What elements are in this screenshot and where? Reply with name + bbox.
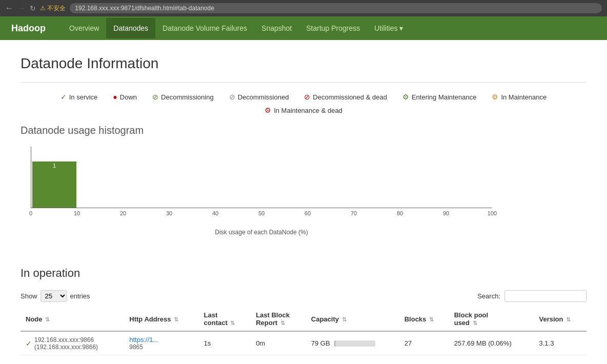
in-service-icon: ✓ (60, 93, 67, 101)
http-port: 9865 (129, 343, 193, 351)
forward-button[interactable]: → (17, 4, 26, 13)
col-last-contact[interactable]: Lastcontact ⇅ (199, 307, 251, 331)
x-tick: 60 (305, 210, 311, 216)
last-block-report-cell: 0m (251, 331, 306, 355)
nav-overview[interactable]: Overview (62, 18, 106, 38)
capacity-sort-icon: ⇅ (342, 316, 347, 322)
last-contact-cell: 1s (199, 331, 251, 355)
decommissioning-label: Decommissioning (161, 93, 214, 101)
legend-entering-maint: ⚙ Entering Maintenance (402, 93, 476, 101)
security-warning: ⚠ 不安全 (40, 4, 66, 13)
legend-maint-dead: ⚙ In Maintenance & dead (265, 106, 342, 114)
x-tick: 50 (258, 210, 265, 216)
page-content: Datanode Information ✓ In service ● Down… (0, 40, 607, 364)
decommissioning-icon: ⊘ (152, 93, 158, 101)
navbar-brand[interactable]: Hadoop (5, 19, 52, 38)
decommissioned-icon: ⊘ (229, 93, 235, 101)
capacity-cell: 79 GB (306, 331, 399, 355)
search-input[interactable] (504, 290, 586, 302)
http-sort-icon: ⇅ (174, 316, 178, 322)
entries-suffix: entries (70, 292, 90, 300)
in-maint-icon: ⚙ (492, 93, 498, 101)
x-tick: 10 (74, 210, 80, 216)
x-tick: 30 (166, 210, 172, 216)
show-label: Show (21, 292, 37, 300)
url-bar[interactable]: 192.168.xxx.xxx:9871/dfshealth.html#tab-… (70, 3, 602, 13)
histogram-section: Datanode usage histogram 1 0102030405060… (21, 125, 586, 251)
node-status-icon: ✓ (26, 339, 32, 348)
search-control: Search: (477, 290, 586, 302)
node-subtext: (192.168.xxx.xxx:9866) (34, 343, 98, 351)
x-tick: 80 (397, 210, 403, 216)
http-address-cell: https://1...9865 (124, 331, 198, 355)
nav-datanode-volume-failures[interactable]: Datanode Volume Failures (155, 18, 254, 38)
x-tick: 0 (29, 210, 32, 216)
operation-title: In operation (21, 267, 586, 280)
pool-sort-icon: ⇅ (473, 320, 477, 326)
operation-section: In operation Show 102550100 entries Sear… (21, 267, 586, 355)
x-tick: 100 (488, 210, 497, 216)
capacity-bar-bg (334, 340, 375, 347)
block-sort-icon: ⇅ (280, 320, 285, 326)
table-row: ✓192.168.xxx.xxx:9866(192.168.xxx.xxx:98… (21, 331, 586, 355)
nav-snapshot[interactable]: Snapshot (254, 18, 299, 38)
http-address-link[interactable]: https://1... (129, 336, 158, 343)
browser-chrome: ← → ↻ ⚠ 不安全 192.168.xxx.xxx:9871/dfsheal… (0, 0, 607, 16)
col-last-block-report[interactable]: Last BlockReport ⇅ (251, 307, 306, 331)
nav-utilities[interactable]: Utilities (367, 18, 410, 38)
col-http[interactable]: Http Address ⇅ (124, 307, 198, 331)
entries-select[interactable]: 102550100 (41, 290, 67, 302)
contact-sort-icon: ⇅ (230, 320, 235, 326)
col-node[interactable]: Node ⇅ (21, 307, 124, 331)
capacity-bar-fill (334, 340, 335, 347)
table-header: Node ⇅ Http Address ⇅ Lastcontact ⇅ Last… (21, 307, 586, 331)
entering-maint-label: Entering Maintenance (412, 93, 476, 101)
table-body: ✓192.168.xxx.xxx:9866(192.168.xxx.xxx:98… (21, 331, 586, 355)
block-pool-cell: 257.69 MB (0.06%) (449, 331, 534, 355)
legend-in-service: ✓ In service (60, 93, 98, 101)
node-sort-icon: ⇅ (45, 316, 50, 322)
node-address: 192.168.xxx.xxx:9866 (34, 336, 98, 343)
blocks-sort-icon: ⇅ (429, 316, 434, 322)
in-maint-label: In Maintenance (501, 93, 547, 101)
blocks-cell: 27 (399, 331, 449, 355)
nav-datanodes[interactable]: Datanodes (106, 18, 155, 38)
col-version[interactable]: Version ⇅ (534, 307, 586, 331)
bar-value-label: 1 (53, 161, 56, 169)
x-tick: 20 (120, 210, 126, 216)
col-capacity[interactable]: Capacity ⇅ (306, 307, 399, 331)
down-label: Down (120, 93, 137, 101)
x-axis-label: Disk usage of each DataNode (%) (31, 229, 492, 236)
histogram-title: Datanode usage histogram (21, 125, 586, 136)
legend: ✓ In service ● Down ⊘ Decommissioning ⊘ … (21, 93, 586, 114)
entering-maint-icon: ⚙ (402, 93, 409, 101)
navbar: Hadoop Overview Datanodes Datanode Volum… (0, 16, 607, 40)
show-entries: Show 102550100 entries (21, 290, 90, 302)
version-sort-icon: ⇅ (566, 316, 571, 322)
x-axis: 0102030405060708090100 (31, 208, 492, 218)
in-service-label: In service (69, 93, 98, 101)
legend-down: ● Down (113, 93, 137, 101)
node-cell: ✓192.168.xxx.xxx:9866(192.168.xxx.xxx:98… (21, 331, 124, 355)
header-row: Node ⇅ Http Address ⇅ Lastcontact ⇅ Last… (21, 307, 586, 331)
maint-dead-label: In Maintenance & dead (274, 107, 342, 114)
maint-dead-icon: ⚙ (265, 106, 271, 114)
legend-decommissioning: ⊘ Decommissioning (152, 93, 214, 101)
datanodes-table: Node ⇅ Http Address ⇅ Lastcontact ⇅ Last… (21, 307, 586, 355)
histogram-bar: 1 (32, 161, 76, 208)
capacity-text: 79 GB (311, 339, 330, 347)
decomm-dead-icon: ⊘ (304, 93, 310, 101)
refresh-button[interactable]: ↻ (30, 4, 36, 12)
down-icon: ● (113, 93, 117, 101)
col-blocks[interactable]: Blocks ⇅ (399, 307, 449, 331)
legend-in-maint: ⚙ In Maintenance (492, 93, 547, 101)
legend-decomm-dead: ⊘ Decommissioned & dead (304, 93, 387, 101)
search-label: Search: (477, 292, 500, 300)
table-controls: Show 102550100 entries Search: (21, 290, 586, 302)
decomm-dead-label: Decommissioned & dead (313, 93, 387, 101)
col-block-pool[interactable]: Block poolused ⇅ (449, 307, 534, 331)
back-button[interactable]: ← (5, 4, 13, 13)
x-tick: 90 (443, 210, 449, 216)
nav-startup-progress[interactable]: Startup Progress (299, 18, 367, 38)
decommissioned-label: Decommissioned (238, 93, 289, 101)
